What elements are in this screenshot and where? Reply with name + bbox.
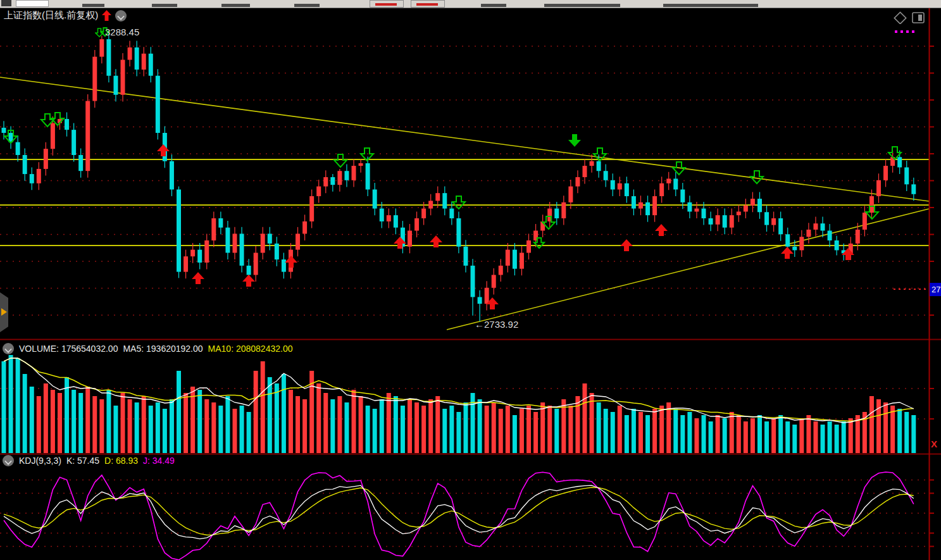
toolbar-input-fragment[interactable] [16, 0, 49, 7]
kdj-j-value: J: 34.49 [143, 456, 175, 466]
toolbar-red-button-1[interactable] [370, 0, 404, 8]
menu-item-fragment[interactable] [294, 4, 320, 7]
low-annotation: ←2733.92 [475, 319, 518, 330]
top-toolbar [0, 0, 941, 8]
left-panel-expand-handle[interactable] [0, 292, 8, 332]
chart-canvas[interactable] [0, 0, 941, 560]
split-panel-icon[interactable] [913, 13, 924, 23]
collapse-main-pane-icon[interactable] [115, 10, 127, 22]
high-annotation: 3288.45 [95, 27, 139, 37]
expand-arrow-icon [1, 308, 7, 316]
menu-item-fragment[interactable] [152, 4, 177, 7]
diamond-tool-icon[interactable] [894, 12, 906, 23]
menu-item-fragment[interactable] [82, 4, 104, 7]
menu-item-fragment[interactable] [221, 4, 250, 7]
menu-item-fragment[interactable] [544, 4, 620, 7]
collapse-volume-pane-icon[interactable] [3, 343, 14, 354]
trend-up-arrow-icon [102, 10, 111, 21]
kdj-d-value: D: 68.93 [104, 456, 138, 466]
volume-value-label: VOLUME: 175654032.00 [19, 344, 118, 354]
collapse-kdj-pane-icon[interactable] [3, 455, 14, 466]
app-menu-icon[interactable] [1, 0, 11, 6]
kdj-indicator-label: KDJ(9,3,3) [19, 456, 61, 466]
volume-ma5-label: MA5: 193620192.00 [123, 344, 203, 354]
menu-item-fragment[interactable] [481, 4, 506, 7]
sell-signal-arrow-icon [95, 27, 104, 37]
x-axis-label: X [931, 439, 937, 449]
toolbar-red-button-2[interactable] [411, 0, 445, 8]
trading-app-window: 上证指数(日线.前复权) 3288.45 ←2733.92 VOLUME: 17… [0, 0, 941, 560]
symbol-title: 上证指数(日线.前复权) [4, 9, 98, 22]
menu-item-fragment [663, 4, 758, 7]
magenta-dots-indicator [895, 24, 920, 27]
chart-corner-tools [892, 11, 925, 27]
kdj-k-value: K: 57.45 [66, 456, 99, 466]
volume-ma10-label: MA10: 208082432.00 [208, 344, 293, 354]
price-axis-badge: 27 [930, 283, 941, 296]
